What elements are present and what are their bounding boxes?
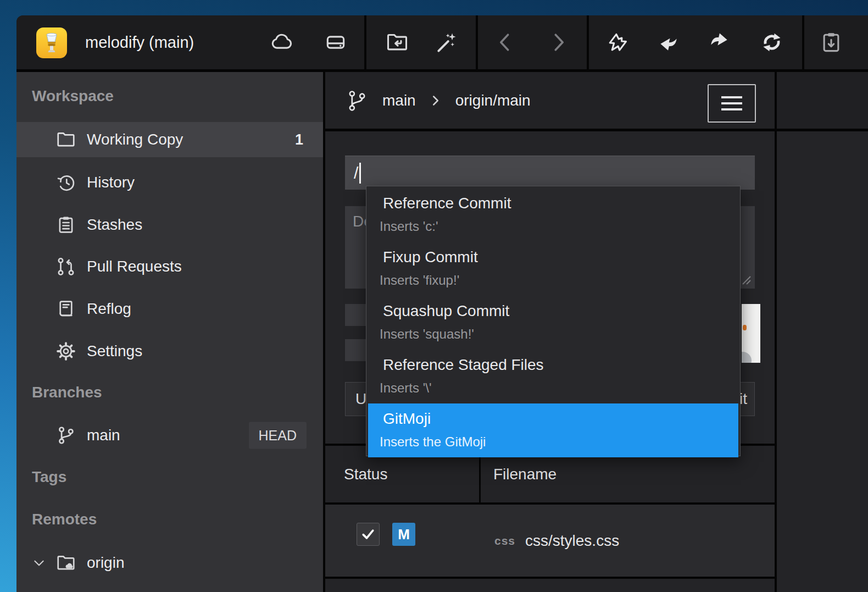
sidebar-item-working-copy[interactable]: Working Copy 1 [16,122,323,157]
stash-button[interactable] [819,30,844,55]
resize-grip-icon[interactable] [739,273,752,285]
autocomplete-item-title: Reference Staged Files [380,352,738,378]
autocomplete-item-title: Squashup Commit [380,298,738,324]
sidebar-item-reflog[interactable]: Reflog [16,291,323,327]
check-icon [360,526,376,543]
sidebar-section-branches: Branches [32,379,102,406]
sidebar-section-remotes: Remotes [32,506,97,533]
branch-menu-button[interactable] [708,84,756,123]
pull-button[interactable] [656,30,681,55]
current-branch[interactable]: main [382,92,416,109]
upstream-branch[interactable]: origin/main [455,92,531,109]
window-title: melodify (main) [85,15,194,69]
pull-arrow-icon [656,30,681,54]
cloud-button[interactable] [269,30,294,55]
cloud-icon [270,30,294,54]
autocomplete-item-title: GitMoji [380,406,738,431]
sidebar: Workspace Working Copy 1 [16,72,323,592]
sidebar-item-stashes[interactable]: Stashes [16,207,323,242]
staged-file-row[interactable]: M css css/styles.css [325,505,775,577]
autocomplete-item-fixup-commit[interactable]: Fixup Commit Inserts 'fixup!' [368,242,738,296]
stashes-icon [55,214,77,236]
history-icon [55,171,77,193]
sidebar-item-remote-origin[interactable]: origin [16,547,323,579]
gear-icon [55,340,77,362]
app-window: melodify (main) [16,15,868,592]
navigate-back-button[interactable] [493,30,519,55]
sidebar-item-label: Working Copy [87,122,183,157]
autocomplete-item-subtitle: Inserts the GitMoji [380,431,738,452]
drive-icon [324,30,348,54]
stash-clipboard-icon [819,30,843,54]
breadcrumb: main origin/main [346,72,531,129]
chevron-down-icon[interactable] [31,555,47,571]
right-panel-header [777,72,868,129]
commit-summary-value: / [354,164,358,182]
autocomplete-item-title: Reference Commit [380,191,738,216]
navigate-forward-button[interactable] [545,30,570,55]
chevron-right-icon [546,30,570,54]
sync-arrows-icon [760,30,784,54]
autocomplete-item-subtitle: Inserts 'fixup!' [380,270,738,291]
autocomplete-item-title: Fixup Commit [380,245,738,270]
commands-button[interactable] [434,30,459,55]
push-button[interactable] [706,30,732,55]
autocomplete-item-subtitle: Inserts 'squash!' [380,324,738,345]
autocomplete-item-squashup-commit[interactable]: Squashup Commit Inserts 'squash!' [368,296,738,350]
sidebar-item-label: main [87,418,120,453]
modified-status-badge: M [392,523,415,546]
sidebar-item-label: History [87,165,135,200]
trophy-glyph [41,32,63,54]
autocomplete-item-reference-commit[interactable]: Reference Commit Inserts 'c:' [368,188,738,242]
text-caret [359,163,361,184]
preview-image-detail [743,325,747,330]
right-panel [777,72,868,592]
branch-header-bar: main origin/main [325,72,775,129]
commit-summary-input[interactable]: / [345,156,755,190]
magic-wand-icon [435,30,459,54]
autocomplete-item-gitmoji[interactable]: GitMoji Inserts the GitMoji [368,403,738,457]
pull-request-icon [55,256,77,278]
autocomplete-item-subtitle: Inserts '\' [380,378,738,399]
sidebar-item-label: Stashes [87,207,142,242]
breadcrumb-separator-icon [430,92,441,109]
sidebar-item-label: Settings [87,334,142,369]
preview-image-detail [742,352,752,363]
commit-autocomplete-dropdown: Reference Commit Inserts 'c:' Fixup Comm… [366,186,741,456]
sidebar-section-tags: Tags [32,464,66,490]
sidebar-item-pull-requests[interactable]: Pull Requests [16,249,323,284]
open-repository-button[interactable] [385,30,410,55]
app-icon [36,27,67,58]
title-bar: melodify (main) [16,15,868,69]
git-branch-icon [55,424,77,446]
sidebar-section-workspace: Workspace [32,83,114,109]
git-branch-icon [346,88,368,113]
sidebar-item-history[interactable]: History [16,165,323,200]
sidebar-item-label: Reflog [87,291,131,327]
sidebar-item-label: Pull Requests [87,249,182,284]
push-arrow-icon [707,30,731,54]
sidebar-item-label: origin [87,547,124,579]
staged-files-empty-area [325,579,775,592]
sync-button[interactable] [759,30,784,55]
file-path: css/styles.css [525,505,619,577]
stage-checkbox[interactable] [357,523,380,546]
chevron-left-icon [494,30,518,54]
folder-return-icon [385,30,409,54]
sidebar-item-settings[interactable]: Settings [16,334,323,369]
local-drive-button[interactable] [323,30,348,55]
remote-folder-icon [55,547,77,579]
toolbar-separator [802,15,804,69]
titlebar-divider [16,69,868,72]
folder-icon [55,129,77,151]
header-divider [325,129,868,131]
toolbar-separator [587,15,589,69]
autocomplete-item-reference-staged-files[interactable]: Reference Staged Files Inserts '\' [368,350,738,403]
file-type-label: css [494,505,515,577]
fetch-button[interactable] [604,30,630,55]
head-badge: HEAD [249,422,307,449]
sidebar-item-branch-main[interactable]: main HEAD [16,418,323,453]
autocomplete-item-subtitle: Inserts 'c:' [380,216,738,237]
working-copy-count-badge: 1 [295,122,303,157]
gitmoji-preview-image [742,304,760,363]
